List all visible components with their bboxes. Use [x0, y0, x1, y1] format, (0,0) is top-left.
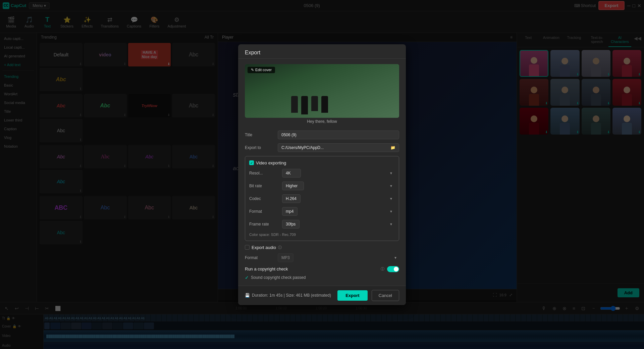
copyright-check-label: Sound copyright check passed [251, 275, 306, 280]
chevron-down-icon: ▾ [390, 171, 392, 176]
audio-info-icon: ⓘ [278, 245, 282, 250]
audio-export-label: Export audio [252, 245, 276, 250]
audio-format-select[interactable]: MP3 AAC [278, 253, 293, 262]
export-modal-overlay: Export ✎ [0, 0, 644, 349]
export-to-label: Export to [245, 145, 275, 150]
format-label: Format [249, 209, 279, 214]
export-confirm-button[interactable]: Export [337, 290, 367, 301]
copyright-info-icon: ⓘ [381, 266, 384, 271]
video-export-header: ✓ Video exporting [249, 160, 395, 165]
preview-caption: Hey there, fellow [245, 118, 399, 125]
chevron-down-icon: ▾ [390, 184, 392, 188]
export-info: 💾 Duration: 1m 45s | Size: 461 MB (estim… [245, 293, 333, 298]
copyright-toggle[interactable] [387, 266, 399, 272]
chevron-down-icon: ▾ [390, 209, 392, 214]
bitrate-select[interactable]: Higher High Medium [282, 182, 304, 190]
people-silhouettes [291, 96, 328, 114]
audio-format-row: Format MP3 AAC ▾ [245, 253, 399, 262]
chevron-down-icon: ▾ [390, 222, 392, 227]
export-to-row: Export to C:/Users/MyPC/AppD... 📁 [245, 143, 399, 152]
bitrate-select-wrapper: Higher High Medium ▾ [282, 182, 395, 190]
resolution-select[interactable]: 4K 1080p 720p [282, 169, 301, 178]
cancel-button[interactable]: Cancel [372, 290, 399, 301]
codec-label: Codec [249, 196, 279, 201]
modal-body: ✎ Edit cover Hey there, fellow Title Exp… [238, 59, 406, 286]
format-select-wrapper: mp4 mov avi ▾ [282, 207, 395, 216]
copyright-row: Run a copyright check ⓘ [245, 266, 399, 272]
preview-container: ✎ Edit cover Hey there, fellow [245, 64, 399, 125]
modal-footer: 💾 Duration: 1m 45s | Size: 461 MB (estim… [238, 286, 406, 305]
copyright-check-row: ✓ Sound copyright check passed [245, 275, 399, 280]
codec-select-wrapper: H.264 H.265 ▾ [282, 194, 395, 203]
codec-row: Codec H.264 H.265 ▾ [249, 194, 395, 203]
audio-format-label: Format [245, 255, 275, 260]
color-space-label: Color space: SDR - Rec.709 [249, 233, 395, 237]
resolution-row: Resol... 4K 1080p 720p ▾ [249, 169, 395, 178]
format-select[interactable]: mp4 mov avi [282, 207, 298, 216]
video-checkbox[interactable]: ✓ [249, 160, 254, 165]
edit-cover-btn[interactable]: ✎ Edit cover [248, 67, 275, 73]
framerate-row: Frame rate 30fps 24fps 60fps ▾ [249, 220, 395, 229]
resolution-label: Resol... [249, 171, 279, 176]
bitrate-row: Bit rate Higher High Medium ▾ [249, 182, 395, 190]
check-circle-icon: ✓ [245, 275, 249, 280]
info-icon: 💾 [245, 293, 250, 298]
folder-icon[interactable]: 📁 [390, 145, 395, 150]
resolution-select-wrapper: 4K 1080p 720p ▾ [282, 169, 395, 178]
export-path-text: C:/Users/MyPC/AppD... [281, 145, 324, 150]
video-export-label: Video exporting [256, 160, 286, 165]
framerate-label: Frame rate [249, 222, 279, 227]
video-export-section: ✓ Video exporting Resol... 4K 1080p 720p… [245, 156, 399, 241]
chevron-down-icon: ▾ [394, 255, 396, 260]
bitrate-label: Bit rate [249, 184, 279, 188]
copyright-label: Run a copyright check [245, 266, 378, 271]
export-modal: Export ✎ [238, 44, 406, 305]
modal-title: Export [238, 44, 406, 59]
audio-checkbox[interactable] [245, 245, 250, 250]
toggle-knob [394, 267, 398, 271]
title-label: Title [245, 133, 275, 137]
pencil-icon: ✎ [251, 68, 254, 72]
framerate-select[interactable]: 30fps 24fps 60fps [282, 220, 300, 229]
format-row: Format mp4 mov avi ▾ [249, 207, 395, 216]
framerate-select-wrapper: 30fps 24fps 60fps ▾ [282, 220, 395, 229]
title-input[interactable] [278, 131, 399, 139]
audio-export-header: Export audio ⓘ [245, 245, 399, 250]
audio-format-select-wrapper: MP3 AAC ▾ [278, 253, 399, 262]
export-path-field[interactable]: C:/Users/MyPC/AppD... 📁 [278, 143, 399, 152]
codec-select[interactable]: H.264 H.265 [282, 194, 301, 203]
chevron-down-icon: ▾ [390, 196, 392, 201]
title-row: Title [245, 131, 399, 139]
duration-size-label: Duration: 1m 45s | Size: 461 MB (estimat… [252, 293, 331, 298]
export-audio-section: Export audio ⓘ Format MP3 AAC ▾ [245, 245, 399, 262]
